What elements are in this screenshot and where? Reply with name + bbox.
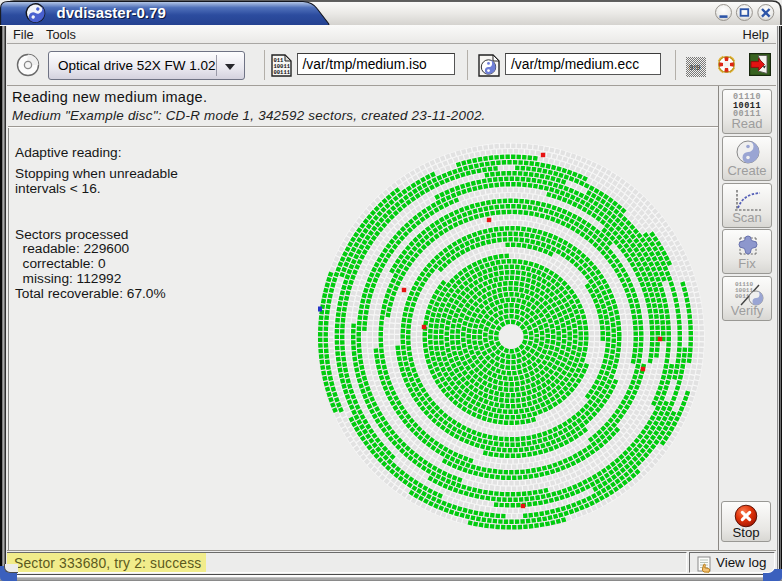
svg-text:9!9: 9!9	[689, 63, 701, 72]
svg-text:00111: 00111	[274, 69, 291, 76]
svg-text:dvdisaster-0.79: dvdisaster-0.79	[57, 4, 166, 21]
